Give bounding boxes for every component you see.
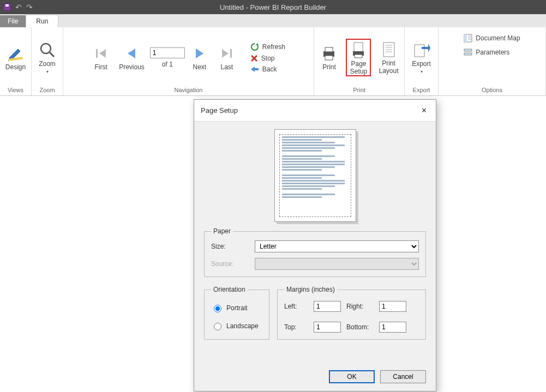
page-preview: [274, 129, 356, 222]
group-navigation: First Previous of 1 Next: [63, 27, 314, 95]
margin-top-input[interactable]: [314, 322, 341, 333]
margin-bottom-label: Bottom:: [346, 323, 376, 331]
design-button[interactable]: Design: [2, 43, 29, 73]
portrait-radio-input[interactable]: [214, 305, 221, 312]
group-zoom: Zoom ▾ Zoom: [32, 27, 63, 95]
page-number-input[interactable]: [150, 47, 185, 58]
parameters-button[interactable]: Parameters: [460, 47, 513, 58]
portrait-label: Portrait: [226, 304, 248, 312]
back-button[interactable]: Back: [247, 64, 289, 74]
paper-source-select: [255, 258, 419, 270]
page-preview-inner: [279, 134, 351, 217]
group-views-label: Views: [3, 86, 28, 94]
margin-right-input[interactable]: [379, 301, 406, 312]
design-label: Design: [5, 64, 26, 71]
svg-point-1: [41, 44, 51, 53]
previous-icon: [122, 44, 141, 63]
svg-rect-31: [464, 49, 472, 51]
group-export: Export ▾ Export: [405, 27, 439, 95]
document-map-button[interactable]: Document Map: [460, 33, 523, 44]
export-label: Export: [412, 61, 431, 68]
svg-rect-18: [355, 55, 362, 58]
svg-rect-15: [325, 56, 333, 60]
page-box: of 1: [150, 47, 185, 68]
print-button[interactable]: Print: [316, 43, 341, 73]
paper-size-select[interactable]: Letter: [255, 240, 419, 252]
svg-rect-24: [415, 45, 424, 57]
margins-legend: Margins (inches): [284, 286, 337, 293]
window-title: Untitled - Power BI Report Builder: [220, 3, 326, 11]
paper-legend: Paper: [211, 227, 233, 235]
document-map-label: Document Map: [476, 34, 520, 42]
stop-label: Stop: [261, 55, 275, 62]
titlebar: ↶ ↷ Untitled - Power BI Report Builder: [0, 0, 546, 14]
svg-rect-27: [464, 34, 467, 42]
svg-marker-9: [256, 43, 259, 46]
print-label: Print: [322, 64, 336, 71]
previous-button[interactable]: Previous: [116, 43, 148, 73]
margin-left-input[interactable]: [314, 301, 341, 312]
print-layout-icon: [380, 40, 398, 59]
undo-icon[interactable]: ↶: [15, 3, 22, 11]
stop-button[interactable]: Stop: [247, 53, 289, 63]
size-label: Size:: [211, 243, 255, 250]
previous-label: Previous: [119, 64, 145, 71]
ok-button[interactable]: OK: [329, 370, 375, 383]
orientation-fieldset: Orientation Portrait Landscape: [204, 286, 269, 340]
next-button[interactable]: Next: [187, 43, 212, 73]
refresh-icon: [250, 43, 259, 51]
margin-left-label: Left:: [284, 303, 310, 310]
back-icon: [250, 65, 259, 73]
chevron-down-icon: ▾: [38, 69, 57, 74]
next-icon: [190, 44, 209, 63]
svg-marker-4: [99, 49, 106, 58]
page-setup-dialog: Page Setup ✕ Paper Size: Letter: [194, 99, 436, 391]
save-icon[interactable]: [3, 3, 11, 11]
source-label: Source:: [211, 260, 255, 268]
group-navigation-label: Navigation: [67, 86, 310, 94]
margin-bottom-input[interactable]: [379, 322, 406, 333]
cancel-button[interactable]: Cancel: [380, 370, 426, 383]
zoom-label: Zoom: [39, 61, 56, 68]
landscape-radio[interactable]: Landscape: [211, 321, 262, 330]
page-setup-button[interactable]: Page Setup: [346, 39, 371, 77]
export-icon: [412, 41, 431, 59]
redo-icon[interactable]: ↷: [26, 3, 33, 11]
dialog-title: Page Setup: [201, 106, 238, 114]
orientation-legend: Orientation: [211, 286, 248, 293]
margin-right-label: Right:: [346, 303, 376, 310]
first-button[interactable]: First: [88, 43, 113, 73]
margin-top-label: Top:: [284, 323, 310, 331]
refresh-button[interactable]: Refresh: [247, 41, 289, 52]
tab-run[interactable]: Run: [26, 15, 58, 27]
parameters-label: Parameters: [476, 49, 509, 56]
last-label: Last: [220, 64, 233, 71]
tab-file[interactable]: File: [0, 15, 26, 27]
group-views: Design Views: [0, 27, 32, 95]
last-button[interactable]: Last: [214, 43, 239, 73]
print-layout-button[interactable]: Print Layout: [375, 39, 401, 76]
svg-rect-14: [325, 47, 333, 52]
margins-fieldset: Margins (inches) Left: Right: Top: Botto…: [277, 286, 426, 340]
svg-rect-8: [230, 49, 232, 58]
portrait-radio[interactable]: Portrait: [211, 303, 262, 312]
zoom-button[interactable]: Zoom ▾: [35, 40, 60, 75]
print-layout-label: Print Layout: [379, 60, 398, 75]
ribbon-tabs: File Run: [0, 14, 546, 27]
svg-line-2: [50, 52, 54, 57]
page-setup-icon: [349, 41, 368, 59]
group-print: Print Page Setup Print Layout Print: [314, 27, 405, 95]
zoom-icon: [38, 41, 57, 59]
svg-rect-32: [464, 53, 472, 55]
landscape-radio-input[interactable]: [214, 323, 221, 330]
print-icon: [320, 44, 338, 63]
first-icon: [92, 44, 110, 63]
first-label: First: [94, 64, 107, 71]
design-icon: [7, 44, 25, 63]
dialog-titlebar: Page Setup ✕: [194, 100, 436, 122]
close-icon[interactable]: ✕: [419, 104, 429, 117]
quick-access-toolbar: ↶ ↷: [0, 3, 33, 11]
landscape-label: Landscape: [226, 322, 259, 330]
group-options: Document Map Parameters Options: [439, 27, 546, 95]
export-button[interactable]: Export ▾: [409, 40, 434, 75]
